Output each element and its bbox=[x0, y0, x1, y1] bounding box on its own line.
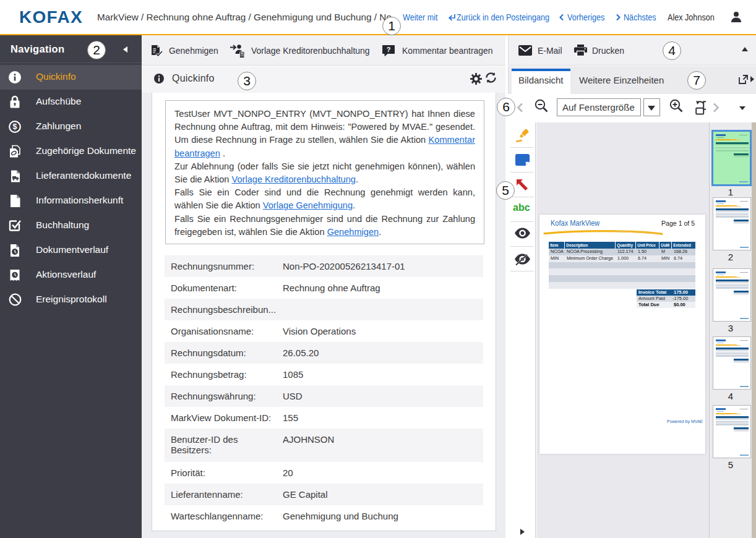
svg-text:?: ? bbox=[387, 46, 391, 53]
svg-text:$: $ bbox=[13, 122, 17, 131]
